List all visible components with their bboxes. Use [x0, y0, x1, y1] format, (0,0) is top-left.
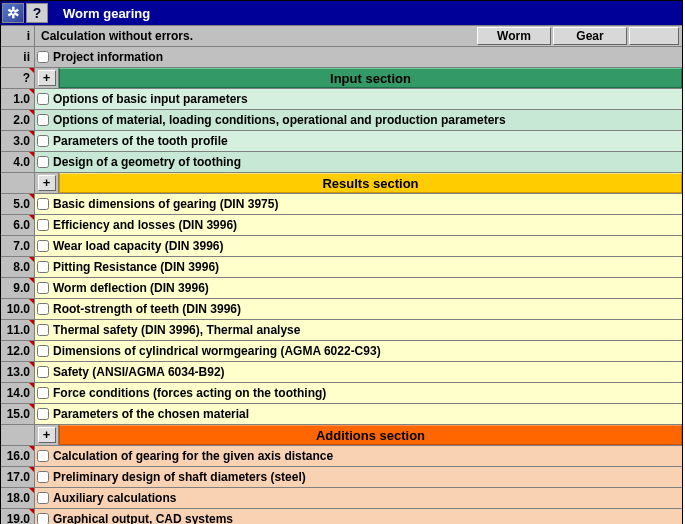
- item-check-cell: [35, 362, 51, 382]
- list-item: 14.0Force conditions (forces acting on t…: [1, 382, 682, 403]
- input-section-header: ? + Input section: [1, 67, 682, 88]
- list-item: 18.0Auxiliary calculations: [1, 487, 682, 508]
- results-section-num: [1, 173, 35, 193]
- list-item: 4.0Design of a geometry of toothing: [1, 151, 682, 172]
- item-num: 13.0: [1, 362, 35, 382]
- results-section-header: + Results section: [1, 172, 682, 193]
- list-item: 17.0Preliminary design of shaft diameter…: [1, 466, 682, 487]
- item-num: 18.0: [1, 488, 35, 508]
- project-check-cell: [35, 47, 51, 67]
- item-label: Pitting Resistance (DIN 3996): [51, 257, 682, 277]
- item-check-cell: [35, 341, 51, 361]
- item-label: Design of a geometry of toothing: [51, 152, 682, 172]
- item-checkbox[interactable]: [37, 450, 49, 462]
- additions-section-header: + Additions section: [1, 424, 682, 445]
- item-num: 5.0: [1, 194, 35, 214]
- status-row: i Calculation without errors. Worm Gear: [1, 25, 682, 46]
- item-num: 10.0: [1, 299, 35, 319]
- list-item: 10.0Root-strength of teeth (DIN 3996): [1, 298, 682, 319]
- help-icon[interactable]: ?: [26, 3, 48, 23]
- item-checkbox[interactable]: [37, 387, 49, 399]
- worm-button[interactable]: Worm: [477, 27, 551, 45]
- item-check-cell: [35, 278, 51, 298]
- list-item: 6.0Efficiency and losses (DIN 3996): [1, 214, 682, 235]
- item-checkbox[interactable]: [37, 324, 49, 336]
- item-num: 17.0: [1, 467, 35, 487]
- list-item: 11.0Thermal safety (DIN 3996), Thermal a…: [1, 319, 682, 340]
- list-item: 8.0Pitting Resistance (DIN 3996): [1, 256, 682, 277]
- item-checkbox[interactable]: [37, 282, 49, 294]
- item-num: 12.0: [1, 341, 35, 361]
- item-num: 8.0: [1, 257, 35, 277]
- item-checkbox[interactable]: [37, 240, 49, 252]
- item-label: Dimensions of cylindrical wormgearing (A…: [51, 341, 682, 361]
- additions-section-title: Additions section: [59, 425, 682, 445]
- status-buttons: Worm Gear: [476, 26, 682, 46]
- item-label: Thermal safety (DIN 3996), Thermal analy…: [51, 320, 682, 340]
- additions-expand-button[interactable]: +: [38, 427, 56, 443]
- list-item: 13.0Safety (ANSI/AGMA 6034-B92): [1, 361, 682, 382]
- item-num: 3.0: [1, 131, 35, 151]
- item-checkbox[interactable]: [37, 492, 49, 504]
- app-icon[interactable]: ✲: [2, 3, 24, 23]
- item-num: 15.0: [1, 404, 35, 424]
- list-item: 19.0Graphical output, CAD systems: [1, 508, 682, 524]
- item-num: 2.0: [1, 110, 35, 130]
- item-label: Parameters of the chosen material: [51, 404, 682, 424]
- results-expand-button[interactable]: +: [38, 175, 56, 191]
- item-check-cell: [35, 89, 51, 109]
- item-checkbox[interactable]: [37, 93, 49, 105]
- item-checkbox[interactable]: [37, 471, 49, 483]
- list-item: 1.0Options of basic input parameters: [1, 88, 682, 109]
- input-section-title: Input section: [59, 68, 682, 88]
- list-item: 5.0Basic dimensions of gearing (DIN 3975…: [1, 193, 682, 214]
- status-num: i: [1, 26, 35, 46]
- project-num: ii: [1, 47, 35, 67]
- project-row: ii Project information: [1, 46, 682, 67]
- project-label: Project information: [51, 47, 682, 67]
- item-checkbox[interactable]: [37, 261, 49, 273]
- input-expand-button[interactable]: +: [38, 70, 56, 86]
- project-checkbox[interactable]: [37, 51, 49, 63]
- empty-button[interactable]: [629, 27, 679, 45]
- item-num: 9.0: [1, 278, 35, 298]
- item-checkbox[interactable]: [37, 135, 49, 147]
- titlebar: ✲ ? Worm gearing: [1, 1, 682, 25]
- item-label: Basic dimensions of gearing (DIN 3975): [51, 194, 682, 214]
- item-checkbox[interactable]: [37, 219, 49, 231]
- item-label: Force conditions (forces acting on the t…: [51, 383, 682, 403]
- item-label: Worm deflection (DIN 3996): [51, 278, 682, 298]
- item-checkbox[interactable]: [37, 513, 49, 524]
- gear-button[interactable]: Gear: [553, 27, 627, 45]
- item-checkbox[interactable]: [37, 114, 49, 126]
- item-num: 14.0: [1, 383, 35, 403]
- item-checkbox[interactable]: [37, 156, 49, 168]
- window-title: Worm gearing: [49, 6, 150, 21]
- item-check-cell: [35, 404, 51, 424]
- item-num: 16.0: [1, 446, 35, 466]
- item-label: Parameters of the tooth profile: [51, 131, 682, 151]
- item-num: 6.0: [1, 215, 35, 235]
- item-label: Wear load capacity (DIN 3996): [51, 236, 682, 256]
- app-window: ✲ ? Worm gearing i Calculation without e…: [0, 0, 683, 524]
- status-text: Calculation without errors.: [35, 26, 476, 46]
- item-check-cell: [35, 299, 51, 319]
- item-checkbox[interactable]: [37, 345, 49, 357]
- item-check-cell: [35, 110, 51, 130]
- item-check-cell: [35, 131, 51, 151]
- list-item: 3.0Parameters of the tooth profile: [1, 130, 682, 151]
- item-check-cell: [35, 215, 51, 235]
- item-checkbox[interactable]: [37, 198, 49, 210]
- input-section-num: ?: [1, 68, 35, 88]
- item-check-cell: [35, 257, 51, 277]
- list-item: 16.0Calculation of gearing for the given…: [1, 445, 682, 466]
- list-item: 2.0Options of material, loading conditio…: [1, 109, 682, 130]
- item-checkbox[interactable]: [37, 366, 49, 378]
- item-checkbox[interactable]: [37, 303, 49, 315]
- list-item: 7.0Wear load capacity (DIN 3996): [1, 235, 682, 256]
- item-num: 4.0: [1, 152, 35, 172]
- item-num: 7.0: [1, 236, 35, 256]
- list-item: 15.0Parameters of the chosen material: [1, 403, 682, 424]
- item-checkbox[interactable]: [37, 408, 49, 420]
- item-label: Preliminary design of shaft diameters (s…: [51, 467, 682, 487]
